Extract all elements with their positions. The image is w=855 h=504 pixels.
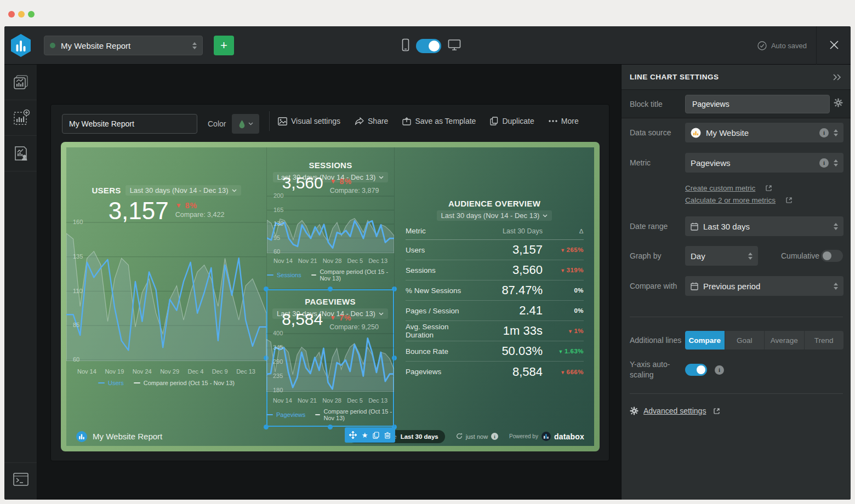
x-axis-tick: Nov 28	[322, 397, 341, 404]
block-title: AUDIENCE OVERVIEW	[448, 199, 540, 208]
calculate-metrics-link[interactable]: Calculate 2 or more metrics	[685, 196, 776, 204]
y-axis-tick: 135	[73, 253, 83, 260]
advanced-settings-link[interactable]: Advanced settings	[643, 406, 706, 415]
compare-value: Compare: 3,879	[330, 187, 379, 194]
metric-dropdown[interactable]: Pageviews i	[685, 153, 843, 173]
calendar-icon	[691, 222, 698, 231]
share-icon	[355, 117, 364, 125]
down-arrow-icon: ▼	[560, 268, 565, 273]
legend-line-icon	[266, 414, 273, 415]
board-name-input[interactable]	[62, 114, 197, 134]
powered-by-databox[interactable]: Powered by databox	[509, 432, 584, 441]
x-axis-labels: Nov 14Nov 19Nov 24Nov 29Dec 4Dec 9Dec 13	[66, 368, 266, 375]
users-line-chart-block[interactable]: USERSLast 30 days (Nov 14 - Dec 13)3,157…	[66, 147, 266, 427]
databox-app-window: My Website Report + Auto saved	[4, 26, 851, 500]
y-axis-tick: 235	[273, 373, 283, 379]
visual-settings-button[interactable]: Visual settings	[278, 117, 340, 125]
x-axis-tick: Dec 13	[236, 368, 255, 375]
save-as-template-button[interactable]: Save as Template	[402, 117, 476, 125]
legend-item: Compare period (Oct 15 - Nov 13)	[315, 408, 394, 421]
additional-lines-option-average[interactable]: Average	[765, 331, 805, 350]
dashboard-title: My Website Report	[93, 432, 162, 441]
table-row: Users3,157▼265%	[406, 240, 584, 260]
chevron-down-icon	[543, 214, 548, 217]
info-icon[interactable]: i	[819, 128, 829, 138]
desktop-icon[interactable]	[448, 39, 461, 53]
color-theme-dropdown[interactable]	[232, 114, 259, 134]
app-header: My Website Report + Auto saved	[4, 26, 851, 65]
duplicate-icon	[490, 117, 498, 125]
down-arrow-icon: ▼	[568, 329, 573, 334]
legend-line-icon	[267, 274, 273, 276]
metric-row: Metric Pageviews i	[622, 153, 851, 173]
additional-lines-segmented-control: CompareGoalAverageTrend	[685, 331, 843, 350]
mobile-icon[interactable]	[402, 38, 409, 54]
sidebar-item-reports[interactable]	[4, 136, 37, 171]
move-block-icon[interactable]	[349, 431, 357, 439]
resize-handle-nw[interactable]	[264, 287, 269, 291]
databox-brand-icon	[542, 432, 551, 441]
board-selector-dropdown[interactable]: My Website Report	[44, 36, 203, 55]
window-controls	[8, 11, 35, 18]
share-button[interactable]: Share	[355, 117, 388, 125]
sessions-line-chart-block[interactable]: SESSIONSLast 30 days (Nov 14 - Dec 13)3,…	[266, 147, 394, 289]
legend-line-icon	[134, 382, 140, 383]
info-icon[interactable]: i	[819, 158, 829, 168]
legend-item: Compare period (Oct 15 - Nov 13)	[134, 380, 235, 386]
additional-lines-option-trend[interactable]: Trend	[805, 331, 844, 350]
data-source-dropdown[interactable]: My Website i	[685, 123, 843, 142]
duplicate-block-icon[interactable]	[373, 432, 379, 439]
device-toggle[interactable]	[416, 39, 441, 53]
info-icon[interactable]: i	[491, 433, 498, 440]
date-range-chip[interactable]: Last 30 days (Nov 14 - Dec 13)	[437, 210, 552, 221]
maximize-window-dot[interactable]	[28, 11, 35, 18]
x-axis-labels: Nov 14Nov 21Nov 28Dec 5Dec 13	[267, 257, 394, 264]
settings-title: LINE CHART SETTINGS	[630, 73, 719, 81]
collapse-panel-icon[interactable]	[833, 74, 842, 81]
block-title-input[interactable]	[685, 95, 830, 113]
table-row: Avg. Session Duration1m 33s▼1%	[406, 321, 584, 341]
block-title-gear-icon[interactable]	[834, 98, 843, 110]
compare-with-dropdown[interactable]: Previous period	[685, 276, 843, 296]
duplicate-button[interactable]: Duplicate	[490, 117, 534, 125]
favorite-block-icon[interactable]: ★	[362, 432, 368, 439]
line-chart-area: 2001651309560	[267, 195, 394, 253]
graph-by-dropdown[interactable]: Day	[685, 246, 758, 266]
minimize-window-dot[interactable]	[18, 11, 25, 18]
x-axis-tick: Dec 13	[368, 257, 387, 264]
close-window-dot[interactable]	[8, 11, 15, 18]
info-icon[interactable]: i	[715, 365, 724, 375]
refresh-icon[interactable]	[456, 433, 463, 440]
down-arrow-icon: ▼	[560, 370, 565, 375]
down-arrow-icon: ▼	[329, 314, 337, 322]
y-axis-tick: 290	[273, 358, 283, 365]
gear-icon	[630, 406, 639, 415]
legend-item: Pageviews	[266, 408, 305, 421]
date-range-dropdown[interactable]: Last 30 days	[685, 216, 843, 236]
left-sidebar	[4, 65, 37, 500]
y-axis-tick: 180	[273, 387, 283, 393]
x-axis-tick: Nov 29	[160, 368, 179, 375]
delete-block-icon[interactable]	[384, 432, 391, 439]
down-arrow-icon: ▼	[558, 349, 563, 354]
additional-lines-option-compare[interactable]: Compare	[685, 331, 725, 350]
more-button[interactable]: More	[549, 117, 579, 125]
legend-line-icon	[98, 382, 105, 383]
audience-overview-table-block[interactable]: AUDIENCE OVERVIEW Last 30 days (Nov 14 -…	[394, 147, 594, 427]
databox-logo[interactable]	[10, 33, 32, 60]
create-custom-metric-link[interactable]: Create custom metric	[685, 184, 755, 192]
y-axis-autoscaling-toggle[interactable]	[685, 364, 707, 376]
additional-lines-option-goal[interactable]: Goal	[725, 331, 765, 350]
sidebar-item-databoards[interactable]	[4, 65, 37, 100]
pageviews-line-chart-block-selected[interactable]: ★ PAGEVIEWSLast 30 days (Nov 14 - Dec 13…	[266, 289, 394, 427]
sidebar-item-add-block[interactable]	[4, 100, 37, 136]
date-range-chip[interactable]: Last 30 days (Nov 14 - Dec 13)	[126, 185, 241, 196]
close-editor-button[interactable]	[825, 37, 843, 54]
resize-handle-n[interactable]	[328, 287, 333, 291]
add-databoard-button[interactable]: +	[214, 36, 234, 55]
x-axis-tick: Dec 5	[347, 397, 363, 404]
sidebar-item-console[interactable]	[4, 462, 37, 495]
cumulative-toggle[interactable]	[821, 250, 843, 262]
select-arrows-icon	[834, 283, 838, 290]
dashboard-preview: USERSLast 30 days (Nov 14 - Dec 13)3,157…	[61, 142, 600, 451]
